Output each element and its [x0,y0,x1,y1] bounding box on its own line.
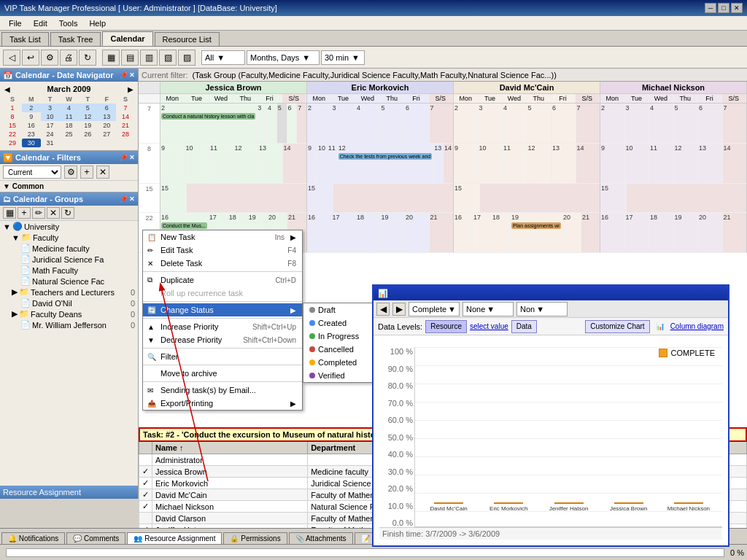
groups-tb4[interactable]: ✕ [47,207,60,219]
cal-cell-weekend[interactable]: 14 [723,144,747,183]
chart-none1-dropdown[interactable]: None ▼ [462,302,514,316]
btab-attachments[interactable]: 📎 Attachments [289,532,353,544]
cm-duplicate[interactable]: ⧉ Duplicate Ctrl+D [143,273,302,287]
toolbar-dropdown-all[interactable]: All ▼ [201,50,245,65]
dl-select-value-link[interactable]: select value [470,322,508,330]
cal-cell[interactable]: 13 [258,144,283,183]
cm-edit-task[interactable]: ✏ Edit Task F4 [143,244,302,257]
cal-cell[interactable]: 3 [625,104,650,143]
filter-dropdown[interactable]: Current [3,166,61,179]
cal-cell[interactable]: 3 [479,104,503,143]
cal-cell[interactable]: 3 [257,104,267,143]
cal-cell[interactable]: 13 [433,144,444,183]
cal-cell[interactable]: 5 [527,104,552,143]
nav-pin-icon[interactable]: 📌 [120,71,128,79]
cal-cell-weekend[interactable]: 7 [723,104,747,143]
toolbar-btn8[interactable]: ▥ [140,50,158,66]
tree-university[interactable]: ▼ 🔵 University [0,221,138,232]
toolbar-btn9[interactable]: ▧ [159,50,177,66]
cm-change-status[interactable]: 🔄 Change Status ▶ [143,303,302,316]
nav-close-icon[interactable]: ✕ [129,71,135,79]
cal-cell[interactable]: 4 [503,104,527,143]
cal-cell[interactable]: 9 [454,144,479,183]
chart-none2-dropdown[interactable]: Non ▼ [516,302,568,316]
cal-cell[interactable]: 4 [649,104,674,143]
sm-completed[interactable]: Completed [303,356,375,369]
tree-teachers[interactable]: ▶ 📁 Teachers and Lecturers 0 [0,287,138,298]
cal-cell[interactable]: 11 [209,144,234,183]
btab-comments[interactable]: 💬 Comments [66,532,125,544]
btab-permissions[interactable]: 🔒 Permissions [223,532,287,544]
tree-facultydeans[interactable]: ▶ 📁 Faculty Deans 0 [0,308,138,319]
cm-send-email[interactable]: ✉ Sending task(s) by Email... [143,384,302,397]
cm-decrease-priority[interactable]: ▼ Decrease Priority Shift+Ctrl+Down [143,333,302,346]
maximize-button[interactable]: □ [718,3,729,13]
dl-resource-btn[interactable]: Resource [425,320,467,333]
toolbar-btn4[interactable]: 🖨 [60,50,77,66]
cal-prev-button[interactable]: ◀ [3,85,12,93]
cal-cell[interactable]: 13 [698,144,723,183]
cal-cell[interactable]: 12 [674,144,699,183]
toolbar-btn3[interactable]: ⚙ [41,50,58,66]
tree-davidonil[interactable]: 📄 David O'Nil 0 [0,298,138,308]
sm-draft[interactable]: Draft [303,303,375,316]
cal-cell[interactable]: 6 [287,104,298,143]
cal-cell[interactable]: 2 [454,104,479,143]
tree-medicine[interactable]: 📄 Medicine faculty [0,243,138,254]
cal-cell[interactable]: 2 [600,104,625,143]
sm-verified[interactable]: Verified [303,369,375,382]
cal-cell[interactable]: 3 [332,104,357,143]
dl-data-btn[interactable]: Data [511,320,537,333]
toolbar-dropdown-30min[interactable]: 30 min ▼ [321,50,365,65]
toolbar-btn7[interactable]: ▤ [121,50,139,66]
cal-cell[interactable]: 2Conduct a natural history lesson with c… [160,104,257,143]
filter-settings-btn[interactable]: ⚙ [64,166,77,179]
cal-cell-weekend[interactable]: 14 [444,144,453,183]
close-button[interactable]: ✕ [731,3,743,13]
cal-cell[interactable]: 13 [551,144,576,183]
sm-cancelled[interactable]: Cancelled [303,343,375,356]
filter-add-btn[interactable]: + [80,166,93,179]
cm-filter[interactable]: 🔍 Filter [143,350,302,363]
groups-close-icon[interactable]: ✕ [129,195,135,203]
menu-tools[interactable]: Tools [53,18,84,29]
customize-chart-btn[interactable]: Customize Chart [585,320,649,333]
cal-cell[interactable]: 9 [600,144,625,183]
cal-cell[interactable]: 5 [381,104,406,143]
sm-created[interactable]: Created [303,316,375,330]
menu-help[interactable]: Help [83,18,112,29]
filter-pin-icon[interactable]: 📌 [120,154,128,161]
btab-notifications[interactable]: 🔔 Notifications [1,532,65,544]
toolbar-btn2[interactable]: ↩ [22,50,39,66]
cal-cell[interactable]: 11 [503,144,527,183]
cal-cell[interactable]: 12 [527,144,552,183]
cal-cell[interactable]: 10 [625,144,650,183]
toolbar-btn6[interactable]: ▦ [102,50,120,66]
chart-complete-dropdown[interactable]: Complete ▼ [409,302,460,316]
filter-remove-btn[interactable]: ✕ [96,166,109,179]
cal-cell[interactable]: 10 [317,144,328,183]
menu-file[interactable]: File [3,18,28,29]
filter-close-icon[interactable]: ✕ [129,154,135,161]
btab-resource[interactable]: 👥 Resource Assignment [127,532,222,544]
cal-cell-weekend[interactable]: 7 [430,104,454,143]
cal-cell-weekend[interactable]: 14 [576,144,600,183]
tree-juridical[interactable]: 📄 Juridical Science Fa [0,254,138,265]
toolbar-dropdown-months[interactable]: Months, Days ▼ [247,50,320,65]
groups-tb3[interactable]: ✏ [32,207,45,219]
chart-tb1[interactable]: ◀ [376,303,390,316]
minimize-button[interactable]: ─ [705,3,716,13]
cal-cell-weekend[interactable]: 14 [283,144,307,183]
groups-tb1[interactable]: ▦ [3,207,16,219]
tree-math[interactable]: 📄 Math Faculty [0,265,138,276]
cal-cell[interactable]: 5 [674,104,699,143]
cm-increase-priority[interactable]: ▲ Increase Priority Shift+Ctrl+Up [143,320,302,333]
groups-tb5[interactable]: ↻ [61,207,74,219]
cm-export[interactable]: 📤 Export/Printing ▶ [143,397,302,410]
column-diagram-link[interactable]: Column diagram [670,322,724,330]
cm-delete-task[interactable]: ✕ Delete Task F8 [143,257,302,270]
cm-new-task[interactable]: 📋 New Task Ins ▶ [143,230,302,244]
cal-cell[interactable]: 10 [479,144,503,183]
tab-tasktree[interactable]: Task Tree [50,32,101,46]
col-name[interactable]: Name ↑ [152,442,308,454]
